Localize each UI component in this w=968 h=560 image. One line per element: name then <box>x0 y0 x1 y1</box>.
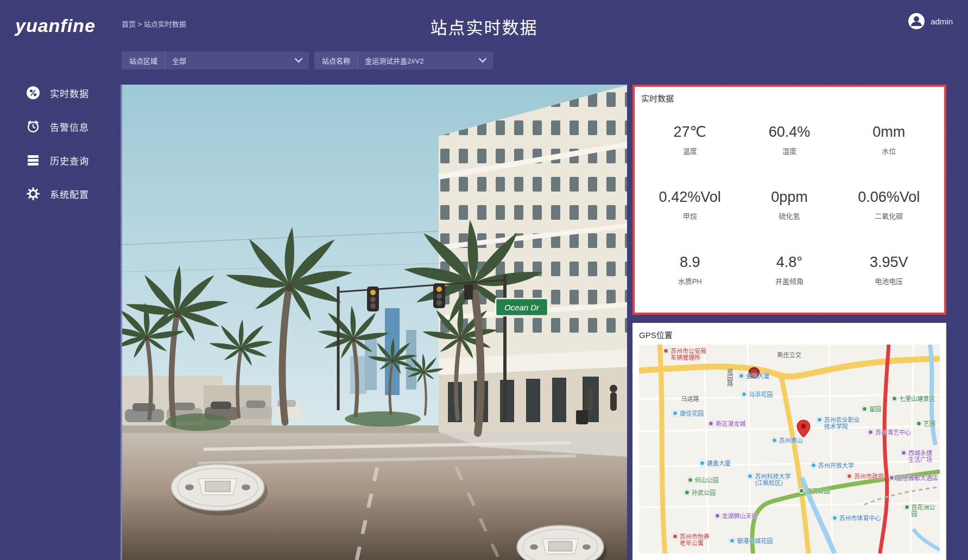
metric-cell: 8.9 水质PH <box>640 237 739 302</box>
poi-label: 马运路 <box>681 396 699 402</box>
map-poi: 苏州农业职业 技术学院 <box>817 417 860 430</box>
poi-marker-icon <box>714 513 720 519</box>
poi-label: 留园 <box>869 406 881 412</box>
sidebar-item-system-config[interactable]: 系统配置 <box>0 177 118 211</box>
poi-label: 百花洲公园 <box>912 504 940 517</box>
metric-value: 0mm <box>872 124 905 141</box>
svg-text:Ocean Dr: Ocean Dr <box>504 303 540 312</box>
map-poi: 留园 <box>862 406 881 412</box>
poi-label: 新区港龙城 <box>716 421 745 427</box>
map-canvas[interactable]: 苏州市公安局 车辆管理所 新庄立交 塔园路 金马大厦 <box>639 345 940 553</box>
alarm-icon <box>26 119 40 133</box>
sidebar-item-history-query[interactable]: 历史查询 <box>0 143 118 177</box>
metric-value: 8.9 <box>680 254 700 271</box>
metric-value: 4.8° <box>776 254 802 271</box>
poi-marker-icon <box>747 473 753 479</box>
map-poi: 马浜花园 <box>741 391 773 398</box>
poi-label: 何山公园 <box>695 477 719 483</box>
poi-marker-icon <box>738 373 744 379</box>
poi-marker-icon <box>663 348 669 354</box>
metric-cell: 4.8° 井盖倾角 <box>739 237 839 302</box>
map-poi: 龙湖狮山天街 <box>714 513 758 519</box>
region-filter-value: 全部 <box>172 55 186 66</box>
map-poi: 康佳花园 <box>672 410 704 417</box>
sidebar-item-label: 历史查询 <box>50 154 89 167</box>
map-poi: 苏州市怡养 老年公寓 <box>672 533 710 546</box>
metric-value: 60.4% <box>769 124 811 141</box>
map-poi: 孙武公园 <box>684 489 716 496</box>
poi-label: 苏州市体育中心 <box>839 515 881 521</box>
gps-panel: GPS位置 苏州市公安局 <box>632 323 946 560</box>
metric-value: 3.95V <box>870 254 908 271</box>
poi-marker-icon <box>817 417 823 423</box>
settings-icon <box>26 187 40 201</box>
poi-label: 苏州科技大学 (江枫校区) <box>755 473 790 486</box>
history-icon <box>26 153 40 167</box>
metric-value: 0ppm <box>771 189 808 206</box>
sidebar-item-alarm-info[interactable]: 告警信息 <box>0 110 118 143</box>
poi-label: 苏州清艺中心 <box>875 429 911 436</box>
metric-label: 硫化氢 <box>779 211 800 221</box>
poi-marker-icon <box>889 475 895 481</box>
chevron-down-icon <box>295 58 302 63</box>
metric-label: 湿度 <box>782 145 796 156</box>
poi-label: 金马大厦 <box>746 373 770 379</box>
region-filter-label: 站点区域 <box>122 52 166 69</box>
poi-label: 苏州农业职业 技术学院 <box>824 417 860 430</box>
gps-panel-title: GPS位置 <box>632 323 946 345</box>
page-title: 站点实时数据 <box>0 14 968 39</box>
map-poi: 国信雅都大酒店 <box>889 475 938 481</box>
site-filter: 站点名称 金运测试井盖2#V2 <box>314 52 493 69</box>
metric-value: 0.06%Vol <box>858 189 920 206</box>
poi-marker-icon <box>901 450 907 456</box>
poi-marker-icon <box>891 396 897 402</box>
map-poi: 马运路 <box>681 396 699 402</box>
user-menu[interactable]: admin <box>907 12 953 30</box>
metric-value: 0.42%Vol <box>659 189 721 206</box>
poi-label: 新庄立交 <box>777 352 801 358</box>
site-filter-select[interactable]: 金运测试井盖2#V2 <box>358 52 493 69</box>
poi-marker-icon <box>832 515 838 521</box>
poi-marker-icon <box>771 437 777 443</box>
poi-label: 运河公园 <box>806 488 830 494</box>
chevron-down-icon <box>479 58 486 63</box>
poi-label: 苏州市公安局 车辆管理所 <box>670 348 706 361</box>
map-poi: 苏州科技大学 (江枫校区) <box>747 473 790 486</box>
metric-label: 水质PH <box>678 276 702 286</box>
map-poi: 苏州市公安局 车辆管理所 <box>663 348 706 361</box>
poi-marker-icon <box>729 538 735 544</box>
map-poi: 御港名城花园 <box>729 538 773 544</box>
region-filter: 站点区域 全部 <box>122 52 309 69</box>
sidebar-item-label: 系统配置 <box>50 187 89 201</box>
metric-label: 二氧化碳 <box>875 211 903 221</box>
region-filter-select[interactable]: 全部 <box>166 52 309 69</box>
poi-marker-icon <box>687 477 693 483</box>
realtime-data-icon <box>26 86 40 100</box>
poi-label: 苏州开放大学 <box>818 462 854 469</box>
map-poi: 艺圃 <box>916 421 935 427</box>
map-poi: 七里山塘景区 <box>891 396 935 402</box>
metric-cell: 0.06%Vol 二氧化碳 <box>839 172 939 237</box>
poi-label: 国信雅都大酒店 <box>896 475 938 481</box>
map-poi: 苏州开放大学 <box>811 462 854 469</box>
poi-marker-icon <box>811 462 817 468</box>
sidebar: 实时数据 告警信息 历史查询 <box>0 76 118 211</box>
metric-cell: 0.42%Vol 甲烷 <box>640 172 739 237</box>
map-poi: 百花洲公园 <box>904 504 940 517</box>
poi-marker-icon <box>904 504 910 510</box>
metric-label: 水位 <box>882 145 896 156</box>
sidebar-item-realtime-data[interactable]: 实时数据 <box>0 76 118 110</box>
sidebar-item-label: 告警信息 <box>50 120 89 133</box>
metric-cell: 0ppm 硫化氢 <box>739 172 839 237</box>
street-sign: Ocean Dr <box>496 298 548 316</box>
site-photo: Ocean Dr <box>121 85 627 560</box>
metric-value: 27℃ <box>673 123 706 141</box>
poi-marker-icon <box>916 421 922 427</box>
poi-marker-icon <box>741 391 747 397</box>
poi-label: 七里山塘景区 <box>899 396 935 402</box>
map-poi: 运河公园 <box>799 488 830 494</box>
map-poi: 塔园路 <box>726 368 733 386</box>
map-poi: 新区港龙城 <box>708 421 745 427</box>
metric-label: 温度 <box>683 145 697 156</box>
poi-marker-icon <box>868 429 874 435</box>
